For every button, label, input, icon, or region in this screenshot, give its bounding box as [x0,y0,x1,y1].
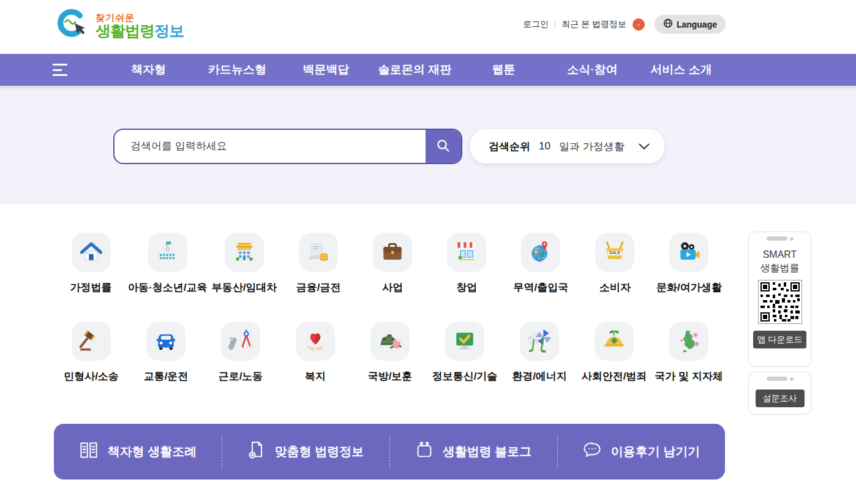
logo-magnifier-icon [54,7,92,45]
category-realestate[interactable]: 부동산/임대차 [207,233,281,295]
category-litigation[interactable]: 민형사/소송 [54,322,129,383]
search-rank-dropdown[interactable]: 검색순위 10 일과 가정생활 [470,129,664,164]
category-family-law[interactable]: 가정법률 [54,233,128,295]
logo-text: 찾기쉬운 생활법령정보 [96,13,184,39]
logo-title: 생활법령정보 [96,23,184,39]
search-button[interactable] [426,130,461,163]
blog-icon [415,441,434,462]
search-bar [113,129,462,164]
category-trade-immigration[interactable]: 무역/출입국 [504,233,578,295]
helmet-flower-icon [370,322,410,361]
search-section: 검색순위 10 일과 가정생활 [0,86,856,204]
category-label: 민형사/소송 [64,369,119,383]
video-camera-icon [669,233,708,272]
language-button[interactable]: Language [655,15,726,34]
rank-keyword: 일과 가정생활 [559,140,625,154]
quicklink-blog[interactable]: 생활법령 블로그 [389,424,557,480]
divider [555,21,555,28]
nav-menu: 책자형 카드뉴스형 백문백답 솔로몬의 재판 웹툰 소식·참여 서비스 소개 [104,54,726,86]
category-label: 금융/금전 [296,280,341,295]
category-culture-leisure[interactable]: 문화/여가생활 [652,233,726,295]
drafting-compass-icon [221,322,260,361]
globe-pin-icon [521,233,560,272]
chat-icon [582,442,602,462]
category-military[interactable]: 국방/보훈 [353,322,427,383]
search-input[interactable] [115,130,426,163]
category-label: 사업 [382,280,403,295]
category-startup[interactable]: 창업 [430,233,504,295]
category-label: 부동산/임대차 [212,280,277,295]
nav-item-solomon[interactable]: 솔로몬의 재판 [370,54,459,86]
quicklink-custom-law[interactable]: 맞춤형 법령정보 [222,424,389,480]
category-label: 아동·청소년/교육 [128,280,207,295]
header: 찾기쉬운 생활법령정보 로그인 최근 본 법령정보 - Language [0,0,856,54]
house-icon [72,233,111,272]
category-label: 사회안전/범죄 [582,369,647,383]
category-finance[interactable]: 금융/금전 [282,233,356,295]
search-icon [435,138,451,156]
category-label: 정보통신/기술 [432,369,498,383]
qr-code [758,280,802,324]
gavel-icon [72,322,111,361]
chevron-down-icon [639,143,650,150]
category-label: 문화/여가생활 [656,280,722,295]
nav-item-booklet[interactable]: 책자형 [104,54,193,86]
category-label: 국방/보훈 [368,369,413,383]
logo-slogan: 찾기쉬운 [96,13,184,23]
school-icon [148,233,187,272]
category-labor[interactable]: 근로/노동 [203,322,278,383]
app-title: SMART 생활법률 [749,248,811,274]
nav-item-webtoon[interactable]: 웹툰 [459,54,548,86]
category-safety-crime[interactable]: 사회안전/범죄 [577,322,651,383]
category-welfare[interactable]: 복지 [278,322,353,383]
korea-map-icon [669,322,708,361]
phone-notch-icon [767,377,794,381]
phone-notch-icon [767,236,794,241]
quicklink-review[interactable]: 이용후기 남기기 [557,424,725,480]
recent-laws-link[interactable]: 최근 본 법령정보 [561,19,626,30]
main-nav: 책자형 카드뉴스형 백문백답 솔로몬의 재판 웹툰 소식·참여 서비스 소개 [0,54,856,86]
site-logo[interactable]: 찾기쉬운 생활법령정보 [54,7,184,45]
car-icon [146,322,186,361]
monitor-check-icon [445,322,484,361]
category-traffic[interactable]: 교통/운전 [129,322,203,383]
category-label: 복지 [305,369,326,383]
nav-item-cardnews[interactable]: 카드뉴스형 [193,54,282,86]
nav-item-qna[interactable]: 백문백답 [282,54,370,86]
globe-icon [663,18,673,30]
category-label: 근로/노동 [219,369,263,383]
nav-item-service-intro[interactable]: 서비스 소개 [637,54,726,86]
survey-button[interactable]: 설문조사 [756,389,805,407]
category-ict[interactable]: 정보통신/기술 [427,322,502,383]
category-consumer[interactable]: SALE 소비자 [578,233,652,295]
category-business[interactable]: 사업 [356,233,430,295]
survey-card: 설문조사 [748,372,811,415]
language-label: Language [677,20,717,29]
smart-app-card: SMART 생활법률 앱 다운로드 [748,231,811,367]
nav-item-news-participation[interactable]: 소식·참여 [548,54,637,86]
building-icon [225,233,264,272]
category-environment-energy[interactable]: 환경/에너지 [502,322,577,383]
app-download-button[interactable]: 앱 다운로드 [753,331,806,348]
category-label: 교통/운전 [144,369,189,383]
rank-number: 10 [539,140,550,152]
category-label: 국가 및 지자체 [655,369,723,383]
category-government[interactable]: 국가 및 지자체 [651,322,726,383]
login-link[interactable]: 로그인 [523,19,549,30]
recent-count-badge: - [633,18,645,31]
svg-text:SALE: SALE [609,250,621,255]
money-coins-icon [299,233,338,272]
rank-label: 검색순위 [489,140,530,154]
category-label: 환경/에너지 [512,369,567,383]
storefront-icon [447,233,486,272]
utility-bar: 로그인 최근 본 법령정보 - Language [523,15,726,34]
page: 찾기쉬운 생활법령정보 로그인 최근 본 법령정보 - Language 책자형… [0,0,856,504]
heart-hands-icon [296,322,335,361]
category-child-education[interactable]: 아동·청소년/교육 [128,233,207,295]
sale-basket-icon: SALE [595,233,634,272]
quicklink-label: 이용후기 남기기 [611,443,700,460]
category-grid-row2: 민형사/소송 교통/운전 [54,322,726,383]
hamburger-menu-icon[interactable] [53,64,67,76]
quicklink-ordinance[interactable]: 책자형 생활조례 [54,424,222,480]
category-label: 창업 [456,280,477,295]
